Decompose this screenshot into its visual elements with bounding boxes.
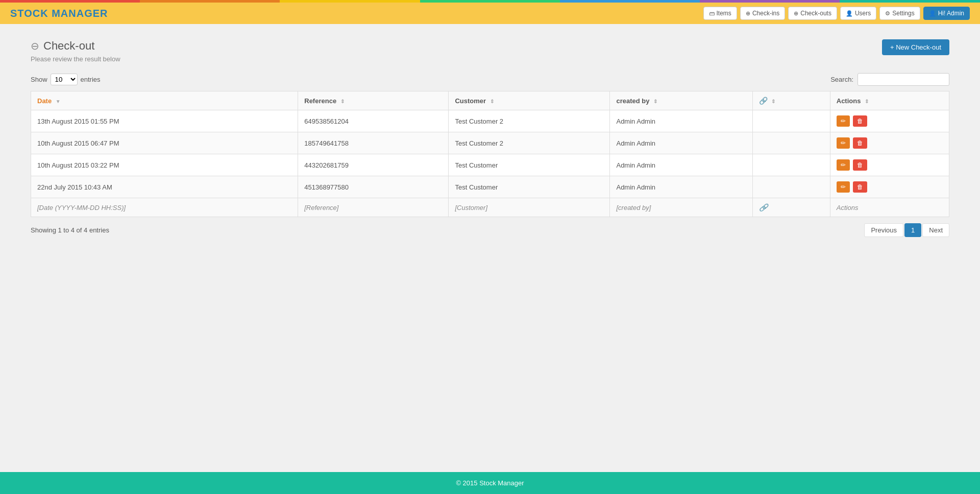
table-controls: Show 10 25 50 100 entries Search: — [31, 73, 949, 86]
col-date[interactable]: Date ▼ — [31, 91, 298, 110]
edit-button-1[interactable]: ✏ — [837, 137, 850, 149]
checkouts-icon: ⊕ — [794, 10, 798, 17]
next-button[interactable]: Next — [922, 223, 949, 237]
edit-button-0[interactable]: ✏ — [837, 115, 850, 127]
page-header: ⊖ Check-out Please review the result bel… — [31, 39, 949, 63]
header: STOCK MANAGER 🗃 Items ⊕ Check-ins ⊕ Chec… — [0, 3, 980, 24]
col-customer[interactable]: Customer ⇕ — [449, 91, 610, 110]
cell-date-1: 10th August 2015 06:47 PM — [31, 132, 298, 154]
settings-icon: ⚙ — [885, 10, 890, 17]
cell-reference-3: 451368977580 — [298, 176, 449, 198]
pagination: Previous 1 Next — [864, 223, 949, 237]
footer-actions: Actions — [830, 198, 949, 217]
items-icon: 🗃 — [709, 10, 715, 16]
cell-link-3 — [752, 176, 830, 198]
date-sort-icon: ▼ — [56, 99, 61, 104]
table-header-row: Date ▼ Reference ⇕ Customer ⇕ created by… — [31, 91, 949, 110]
footer-date: [Date (YYYY-MM-DD HH:SS)] — [31, 198, 298, 217]
reference-sort-icon: ⇕ — [340, 99, 345, 104]
edit-button-2[interactable]: ✏ — [837, 159, 850, 171]
show-label: Show — [31, 76, 47, 83]
cell-reference-2: 443202681759 — [298, 154, 449, 176]
actions-sort-icon: ⇕ — [865, 99, 869, 104]
cell-actions-3: ✏ 🗑 — [830, 176, 949, 198]
nav-users[interactable]: 👤 Users — [840, 7, 876, 20]
footer-link: 🔗 — [752, 198, 830, 217]
cell-reference-1: 185749641758 — [298, 132, 449, 154]
page-title: ⊖ Check-out — [31, 39, 120, 53]
nav-admin[interactable]: 👤 Hi! Admin — [923, 7, 970, 20]
col-actions: Actions ⇕ — [830, 91, 949, 110]
new-checkout-button[interactable]: + New Check-out — [882, 39, 949, 55]
cell-customer-2: Test Customer — [449, 154, 610, 176]
users-icon: 👤 — [846, 10, 853, 17]
cell-link-1 — [752, 132, 830, 154]
cell-link-0 — [752, 110, 830, 132]
page-title-area: ⊖ Check-out Please review the result bel… — [31, 39, 120, 63]
cell-date-2: 10th August 2015 03:22 PM — [31, 154, 298, 176]
cell-actions-1: ✏ 🗑 — [830, 132, 949, 154]
footer-reference: [Reference] — [298, 198, 449, 217]
cell-customer-3: Test Customer — [449, 176, 610, 198]
cell-createdby-2: Admin Admin — [610, 154, 752, 176]
brand-logo: STOCK MANAGER — [10, 8, 108, 19]
edit-button-3[interactable]: ✏ — [837, 181, 850, 193]
col-created-by[interactable]: created by ⇕ — [610, 91, 752, 110]
previous-button[interactable]: Previous — [864, 223, 903, 237]
table-footer: Showing 1 to 4 of 4 entries Previous 1 N… — [31, 223, 949, 237]
nav-settings[interactable]: ⚙ Settings — [879, 7, 920, 20]
admin-icon: 👤 — [929, 10, 936, 17]
header-nav: 🗃 Items ⊕ Check-ins ⊕ Check-outs 👤 Users… — [703, 7, 970, 20]
cell-createdby-1: Admin Admin — [610, 132, 752, 154]
cell-customer-0: Test Customer 2 — [449, 110, 610, 132]
cell-actions-0: ✏ 🗑 — [830, 110, 949, 132]
cell-actions-2: ✏ 🗑 — [830, 154, 949, 176]
page-1-button[interactable]: 1 — [904, 223, 921, 237]
delete-button-2[interactable]: 🗑 — [853, 159, 867, 171]
cell-date-3: 22nd July 2015 10:43 AM — [31, 176, 298, 198]
customer-sort-icon: ⇕ — [490, 99, 494, 104]
footer-customer: [Customer] — [449, 198, 610, 217]
cell-link-2 — [752, 154, 830, 176]
footer-text: © 2015 Stock Manager — [456, 479, 524, 487]
search-area: Search: — [830, 73, 949, 86]
checkout-icon: ⊖ — [31, 40, 39, 52]
main-content: ⊖ Check-out Please review the result bel… — [0, 24, 980, 472]
footer-link-icon: 🔗 — [759, 203, 768, 211]
table-row: 22nd July 2015 10:43 AM 451368977580 Tes… — [31, 176, 949, 198]
table-row: 13th August 2015 01:55 PM 649538561204 T… — [31, 110, 949, 132]
show-entries: Show 10 25 50 100 entries — [31, 74, 101, 85]
entries-select[interactable]: 10 25 50 100 — [51, 74, 78, 85]
footer: © 2015 Stock Manager — [0, 472, 980, 494]
link-sort-icon: ⇕ — [771, 99, 775, 104]
delete-button-0[interactable]: 🗑 — [853, 115, 867, 127]
table-body: 13th August 2015 01:55 PM 649538561204 T… — [31, 110, 949, 217]
cell-date-0: 13th August 2015 01:55 PM — [31, 110, 298, 132]
createdby-sort-icon: ⇕ — [653, 99, 657, 104]
delete-button-1[interactable]: 🗑 — [853, 137, 867, 149]
cell-createdby-0: Admin Admin — [610, 110, 752, 132]
table-row: 10th August 2015 03:22 PM 443202681759 T… — [31, 154, 949, 176]
col-link[interactable]: 🔗 ⇕ — [752, 91, 830, 110]
table-footer-row: [Date (YYYY-MM-DD HH:SS)] [Reference] [C… — [31, 198, 949, 217]
search-label: Search: — [830, 76, 853, 83]
link-col-icon: 🔗 — [759, 97, 768, 105]
search-input[interactable] — [857, 73, 949, 86]
nav-items[interactable]: 🗃 Items — [703, 7, 737, 20]
table-row: 10th August 2015 06:47 PM 185749641758 T… — [31, 132, 949, 154]
page-subtitle: Please review the result below — [31, 55, 120, 63]
col-reference[interactable]: Reference ⇕ — [298, 91, 449, 110]
entries-label: entries — [81, 76, 101, 83]
nav-checkins[interactable]: ⊕ Check-ins — [740, 7, 785, 20]
delete-button-3[interactable]: 🗑 — [853, 181, 867, 193]
footer-createdby: [created by] — [610, 198, 752, 217]
cell-reference-0: 649538561204 — [298, 110, 449, 132]
showing-text: Showing 1 to 4 of 4 entries — [31, 226, 109, 234]
nav-checkouts[interactable]: ⊕ Check-outs — [788, 7, 837, 20]
cell-customer-1: Test Customer 2 — [449, 132, 610, 154]
checkins-icon: ⊕ — [746, 10, 750, 17]
cell-createdby-3: Admin Admin — [610, 176, 752, 198]
checkouts-table: Date ▼ Reference ⇕ Customer ⇕ created by… — [31, 91, 949, 217]
